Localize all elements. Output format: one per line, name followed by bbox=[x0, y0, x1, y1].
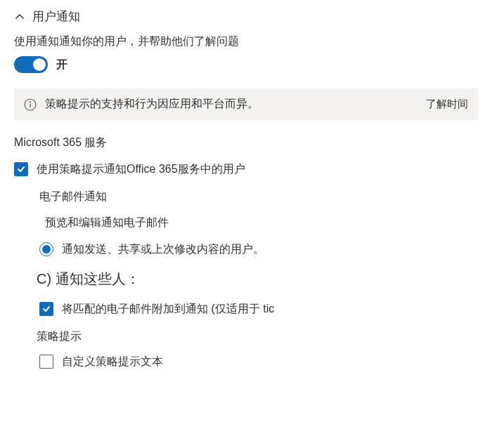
policy-tip-checkbox[interactable] bbox=[14, 162, 28, 176]
notify-sender-radio-label: 通知发送、共享或上次修改内容的用户。 bbox=[62, 242, 264, 257]
chevron-up-icon bbox=[14, 11, 25, 22]
custom-policy-tip-checkbox-label: 自定义策略提示文本 bbox=[62, 354, 163, 369]
preview-edit-email-link[interactable]: 预览和编辑通知电子邮件 bbox=[14, 216, 478, 230]
service-heading: Microsoft 365 服务 bbox=[14, 136, 478, 150]
info-banner: 策略提示的支持和行为因应用和平台而异。 了解时间 bbox=[14, 88, 478, 120]
notify-sender-radio[interactable] bbox=[39, 242, 53, 256]
learn-more-link[interactable]: 了解时间 bbox=[426, 98, 468, 111]
policy-tip-subheading: 策略提示 bbox=[14, 329, 478, 344]
attach-email-checkbox-label: 将匹配的电子邮件附加到通知 (仅适用于 tic bbox=[62, 301, 274, 317]
attach-email-checkbox[interactable] bbox=[39, 302, 53, 316]
svg-rect-1 bbox=[30, 103, 30, 107]
custom-policy-tip-checkbox[interactable] bbox=[39, 355, 53, 369]
section-title: 用户通知 bbox=[32, 8, 80, 25]
notifications-toggle[interactable] bbox=[14, 56, 48, 73]
svg-point-2 bbox=[30, 101, 31, 103]
policy-tip-checkbox-label: 使用策略提示通知Office 365服务中的用户 bbox=[37, 162, 245, 177]
section-header[interactable]: 用户通知 bbox=[14, 8, 478, 25]
notify-these-people-heading: C) 通知这些人： bbox=[14, 270, 478, 289]
info-banner-text: 策略提示的支持和行为因应用和平台而异。 bbox=[45, 97, 417, 112]
email-notification-heading: 电子邮件通知 bbox=[14, 190, 478, 204]
toggle-state-label: 开 bbox=[56, 58, 67, 72]
section-description: 使用通知通知你的用户，并帮助他们了解问题 bbox=[14, 34, 478, 49]
info-icon bbox=[24, 98, 37, 111]
